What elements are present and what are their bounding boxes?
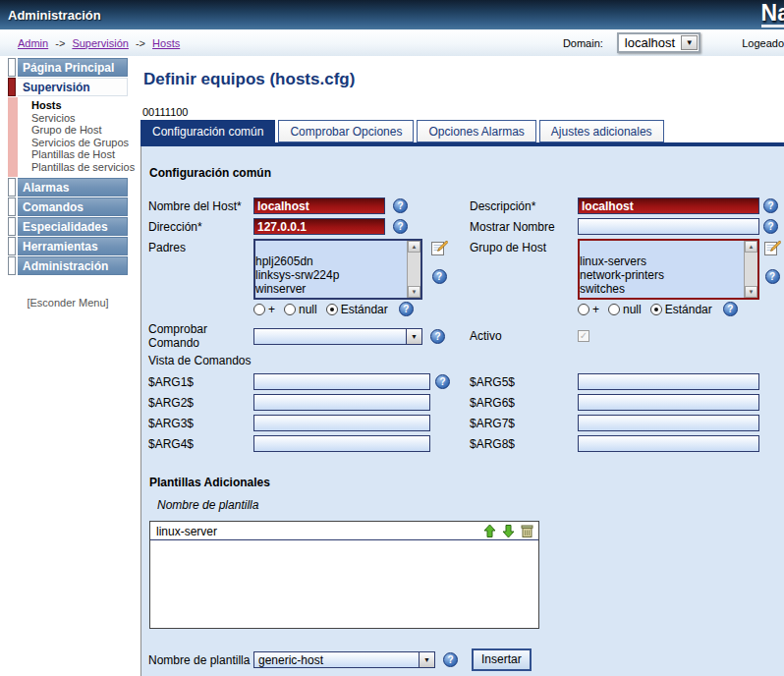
address-input[interactable] — [253, 218, 385, 235]
sidebar-item-herramientas[interactable]: Herramientas — [8, 237, 128, 255]
submenu-item-plantillas-de-servicios[interactable]: Plantillas de servicios — [31, 161, 135, 174]
sidebar-item-alarmas[interactable]: Alarmas — [8, 178, 128, 197]
radio-standard[interactable] — [326, 304, 338, 315]
add-template-value: generic-host — [254, 652, 419, 667]
arg7-input[interactable] — [578, 415, 759, 431]
sidebar-item-pagina-principal[interactable]: Página Principal — [8, 58, 128, 77]
host-name-input[interactable] — [253, 197, 385, 214]
help-icon[interactable]: ? — [430, 329, 445, 344]
help-icon[interactable]: ? — [723, 302, 738, 316]
domain-select[interactable]: localhost ▼ — [617, 32, 700, 53]
delete-icon[interactable] — [520, 524, 534, 538]
logged-in-text: Logeado — [742, 37, 784, 49]
radio-null[interactable] — [608, 304, 620, 315]
submenu-item-plantillas-de-host[interactable]: Plantillas de Host — [31, 148, 135, 161]
parents-option[interactable]: hplj2605dn — [255, 254, 420, 268]
add-template-row: Nombre de plantilla generic-host ▼ ? Ins… — [148, 648, 784, 671]
edit-list-icon[interactable] — [430, 239, 448, 256]
hostgroup-option[interactable]: windows-servers — [580, 296, 757, 300]
sidebar-item-comandos[interactable]: Comandos — [8, 197, 128, 216]
help-icon[interactable]: ? — [399, 302, 414, 316]
arg1-label: $ARG1$ — [148, 375, 253, 389]
template-row[interactable]: linux-server — [150, 522, 538, 540]
add-template-select[interactable]: generic-host ▼ — [253, 651, 435, 668]
config-code: 00111100 — [142, 106, 784, 118]
breadcrumb-link-hosts[interactable]: Hosts — [152, 37, 180, 49]
address-label: Dirección* — [148, 220, 253, 234]
submenu-item-hosts[interactable]: Hosts — [31, 99, 135, 112]
hostgroup-option[interactable]: switches — [580, 282, 757, 296]
menu-square-icon — [8, 217, 16, 236]
description-input[interactable] — [578, 197, 759, 214]
parents-listbox[interactable]: hplj2605dn linksys-srw224p winserver ▲ ▼ — [253, 239, 422, 300]
scroll-up-icon[interactable]: ▲ — [408, 241, 420, 253]
arg3-input[interactable] — [253, 415, 430, 431]
tab-configuracion-comun[interactable]: Configuración común — [140, 120, 275, 142]
move-down-icon[interactable] — [501, 524, 516, 538]
templates-list: linux-server — [149, 521, 539, 629]
listbox-scrollbar[interactable]: ▲ ▼ — [744, 241, 757, 298]
arg2-input[interactable] — [253, 394, 430, 411]
scroll-down-icon[interactable]: ▼ — [745, 286, 757, 298]
arg6-input[interactable] — [578, 394, 759, 411]
help-icon[interactable]: ? — [393, 198, 408, 213]
nagios-logo: Na — [761, 2, 784, 28]
sidebar-item-especialidades[interactable]: Especialidades — [8, 217, 128, 236]
tab-opciones-alarmas[interactable]: Opciones Alarmas — [417, 120, 535, 142]
radio-plus[interactable] — [253, 304, 265, 315]
radio-standard[interactable] — [650, 304, 662, 315]
arg5-input[interactable] — [578, 373, 759, 390]
submenu-item-grupo-de-host[interactable]: Grupo de Host — [31, 124, 135, 137]
form-row: Padres hplj2605dn linksys-srw224p winser… — [148, 239, 784, 300]
breadcrumb-separator: -> — [55, 37, 65, 49]
page-layout: Página Principal Supervisión Hosts Servi… — [0, 56, 784, 676]
parents-option[interactable]: linksys-srw224p — [255, 268, 420, 282]
chevron-down-icon[interactable]: ▼ — [406, 329, 421, 344]
edit-list-icon[interactable] — [763, 239, 781, 256]
help-icon[interactable]: ? — [393, 219, 408, 234]
breadcrumb-link-supervision[interactable]: Supervisión — [72, 37, 128, 49]
help-icon[interactable]: ? — [763, 219, 778, 234]
display-name-input[interactable] — [578, 218, 759, 235]
move-up-icon[interactable] — [482, 524, 497, 538]
help-icon[interactable]: ? — [435, 374, 450, 389]
sidebar-item-supervision[interactable]: Supervisión — [8, 78, 128, 96]
menu-square-icon — [8, 178, 16, 197]
submenu-item-servicios[interactable]: Servicios — [31, 112, 135, 125]
help-icon[interactable]: ? — [443, 652, 458, 667]
form-row: Vista de Comandos — [148, 354, 784, 367]
breadcrumb-link-admin[interactable]: Admin — [18, 37, 48, 49]
host-name-label: Nombre del Host* — [148, 199, 253, 213]
radio-null[interactable] — [284, 304, 296, 315]
arg2-label: $ARG2$ — [148, 396, 253, 410]
chevron-down-icon[interactable]: ▼ — [681, 35, 698, 50]
sidebar-item-administracion[interactable]: Administración — [8, 256, 128, 275]
parents-option[interactable]: winserver — [255, 282, 420, 296]
help-icon[interactable]: ? — [432, 269, 447, 284]
hostgroup-option[interactable]: linux-servers — [580, 254, 757, 268]
templates-section-title: Plantillas Adicionales — [149, 476, 784, 489]
scroll-down-icon[interactable]: ▼ — [408, 286, 420, 298]
menu-square-active-icon — [8, 78, 16, 96]
domain-select-value: localhost — [619, 35, 681, 50]
chevron-down-icon[interactable]: ▼ — [419, 652, 434, 667]
tab-ajustes-adicionales[interactable]: Ajustes adicionales — [539, 120, 664, 142]
arg8-input[interactable] — [578, 435, 759, 452]
hostgroup-option[interactable]: network-printers — [580, 268, 757, 282]
help-icon[interactable]: ? — [765, 269, 780, 284]
submenu-accent-strip — [8, 97, 18, 177]
help-icon[interactable]: ? — [763, 198, 778, 213]
insert-button[interactable]: Insertar — [472, 648, 532, 671]
submenu-item-servicios-de-grupos[interactable]: Servicios de Grupos — [31, 137, 135, 149]
hide-menu-link[interactable]: [Esconder Menu] — [8, 297, 128, 309]
arg1-input[interactable] — [253, 373, 430, 390]
arg8-label: $ARG8$ — [470, 437, 578, 451]
arg4-input[interactable] — [253, 435, 430, 452]
hostgroups-listbox[interactable]: linux-servers network-printers switches … — [578, 239, 759, 300]
check-command-select[interactable]: ▼ — [253, 328, 422, 345]
tab-comprobar-opciones[interactable]: Comprobar Opciones — [278, 120, 414, 142]
listbox-scrollbar[interactable]: ▲ ▼ — [407, 241, 420, 298]
scroll-up-icon[interactable]: ▲ — [745, 241, 757, 253]
radio-plus[interactable] — [578, 304, 589, 315]
form-row: $ARG2$ $ARG6$ — [148, 394, 784, 411]
